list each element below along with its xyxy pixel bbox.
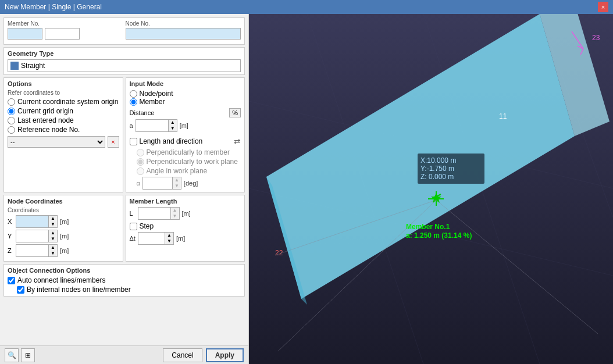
x-input[interactable]: 10.000 xyxy=(16,216,48,227)
member-length-label: Member Length xyxy=(130,198,241,205)
l-input[interactable] xyxy=(138,208,170,219)
x-label: X xyxy=(8,218,13,225)
alpha-spinbox[interactable]: 0.00 ▲ ▼ xyxy=(142,177,181,190)
step-row: Step xyxy=(130,222,241,230)
member-info-line2: a: 1.250 m (31.14 %) xyxy=(406,231,472,240)
z-spinbox[interactable]: 0.000 ▲ ▼ xyxy=(16,244,58,257)
z-input[interactable]: 0.000 xyxy=(16,245,48,256)
bottom-icons: 🔍 ⊞ xyxy=(5,348,35,362)
y-up-arrow[interactable]: ▲ xyxy=(49,230,57,236)
step-checkbox[interactable] xyxy=(130,223,137,230)
z-label: Z xyxy=(8,247,13,254)
apply-button[interactable]: Apply xyxy=(206,348,244,362)
z-up-arrow[interactable]: ▲ xyxy=(49,245,57,251)
a-input[interactable]: 1.250 xyxy=(136,120,168,131)
coord-x-row: X 10.000 ▲ ▼ [m] xyxy=(8,215,119,228)
delta-input[interactable]: 0.500 xyxy=(138,233,165,244)
node-11-label: 11 xyxy=(499,112,507,120)
delta-spinbox[interactable]: 0.500 ▲ ▼ xyxy=(138,232,174,245)
cancel-button[interactable]: Cancel xyxy=(163,348,202,362)
auto-connect-checkbox[interactable] xyxy=(8,277,15,284)
node-no-input[interactable]: 24 xyxy=(126,28,241,40)
y-label: Y xyxy=(8,233,13,240)
y-input[interactable]: -1.750 xyxy=(16,230,48,242)
internal-nodes-checkbox[interactable] xyxy=(17,286,24,294)
x-spinbox[interactable]: 10.000 ▲ ▼ xyxy=(16,215,58,228)
radio-member[interactable]: Member xyxy=(130,98,241,106)
y-down-arrow[interactable]: ▼ xyxy=(49,236,57,242)
coord-y: Y:-1.750 m xyxy=(420,165,454,173)
z-spinbox-arrows: ▲ ▼ xyxy=(48,245,57,256)
member-no-label: Member No. xyxy=(8,20,123,27)
geometry-type-label: Geometry Type xyxy=(8,50,241,57)
a-down-arrow[interactable]: ▼ xyxy=(169,126,177,131)
member-no-input2[interactable] xyxy=(45,28,80,40)
delta-down-arrow[interactable]: ▼ xyxy=(165,238,173,244)
delta-label: Δt xyxy=(130,235,136,242)
internal-nodes-row: By internal nodes on line/member xyxy=(17,286,241,294)
radio-perp-member[interactable]: Perpendicularly to member xyxy=(137,148,241,156)
left-panel: Member No. 2 Node No. 24 xyxy=(0,14,249,364)
alpha-up-arrow[interactable]: ▲ xyxy=(173,177,181,183)
viewport-svg: 23 22 11 X:10.000 m Y:-1.750 m Z: 0.000 … xyxy=(249,14,613,364)
y-unit: [m] xyxy=(60,233,69,240)
grid-icon: ⊞ xyxy=(25,351,31,359)
member-info-line1: Member No.1 xyxy=(406,223,450,231)
radio-node-point[interactable]: Node/point xyxy=(130,90,241,98)
z-down-arrow[interactable]: ▼ xyxy=(49,251,57,256)
len-dir-label: Length and direction xyxy=(140,137,203,145)
title-bar: New Member | Single | General × xyxy=(0,0,613,14)
radio-angle-workplane[interactable]: Angle in work plane xyxy=(137,167,241,175)
radio-perp-workplane[interactable]: Perpendicularly to work plane xyxy=(137,158,241,166)
auto-connect-row: Auto connect lines/members xyxy=(8,276,241,284)
x-spinbox-arrows: ▲ ▼ xyxy=(48,216,57,227)
member-no-input[interactable]: 2 xyxy=(8,28,42,40)
radio-ref-node[interactable]: Reference node No. xyxy=(8,126,119,134)
x-down-arrow[interactable]: ▼ xyxy=(49,222,57,227)
close-button[interactable]: × xyxy=(598,2,608,12)
l-spinbox[interactable]: ▲ ▼ xyxy=(138,207,180,220)
object-conn-label: Object Connection Options xyxy=(8,267,241,274)
a-spinbox[interactable]: 1.250 ▲ ▼ xyxy=(136,119,177,132)
radio-perp-member-label: Perpendicularly to member xyxy=(147,148,230,156)
viewport[interactable]: 23 22 11 X:10.000 m Y:-1.750 m Z: 0.000 … xyxy=(249,14,613,364)
auto-connect-label: Auto connect lines/members xyxy=(17,276,105,284)
radio-current-coord[interactable]: Current coordinate system origin xyxy=(8,98,119,106)
distance-label: Distance xyxy=(130,109,227,116)
l-down-arrow[interactable]: ▼ xyxy=(171,213,179,219)
arrows-icon[interactable]: ⇄ xyxy=(234,137,241,146)
ref-select[interactable]: -- xyxy=(8,136,105,148)
node-coords-label: Node Coordinates xyxy=(8,198,119,205)
alpha-spinbox-arrows: ▲ ▼ xyxy=(172,177,181,189)
grid-icon-button[interactable]: ⊞ xyxy=(21,348,35,362)
a-spinbox-arrows: ▲ ▼ xyxy=(168,120,177,131)
radio-last-node[interactable]: Last entered node xyxy=(8,116,119,124)
search-icon-button[interactable]: 🔍 xyxy=(5,348,19,362)
node-23-label: 23 xyxy=(592,34,600,42)
radio-member-label: Member xyxy=(140,98,165,106)
a-unit: [m] xyxy=(180,122,188,129)
geometry-type-box[interactable]: Straight xyxy=(8,59,241,72)
refer-label: Refer coordinates to xyxy=(8,90,119,96)
input-mode-label: Input Mode xyxy=(130,80,241,87)
alpha-unit: [deg] xyxy=(184,180,198,187)
radio-current-coord-label: Current coordinate system origin xyxy=(17,98,118,106)
delta-up-arrow[interactable]: ▲ xyxy=(165,233,173,238)
l-up-arrow[interactable]: ▲ xyxy=(171,208,179,213)
alpha-input[interactable]: 0.00 xyxy=(143,177,172,189)
len-dir-checkbox[interactable] xyxy=(130,138,137,145)
y-spinbox[interactable]: -1.750 ▲ ▼ xyxy=(16,230,58,242)
alpha-label: α xyxy=(137,180,140,187)
radio-current-grid[interactable]: Current grid origin xyxy=(8,107,119,115)
node-coords-section: Node Coordinates Coordinates X 10.000 ▲ … xyxy=(3,195,123,262)
coords-sublabel: Coordinates xyxy=(8,207,119,213)
geometry-type-value: Straight xyxy=(21,62,45,70)
z-unit: [m] xyxy=(60,247,69,254)
alpha-down-arrow[interactable]: ▼ xyxy=(173,183,181,189)
object-conn-section: Object Connection Options Auto connect l… xyxy=(3,264,245,297)
a-up-arrow[interactable]: ▲ xyxy=(169,120,177,126)
x-up-arrow[interactable]: ▲ xyxy=(49,216,57,222)
delete-ref-button[interactable]: × xyxy=(108,136,119,148)
sub-radio-group: Perpendicularly to member Perpendicularl… xyxy=(137,148,241,175)
pct-button[interactable]: % xyxy=(229,108,241,117)
